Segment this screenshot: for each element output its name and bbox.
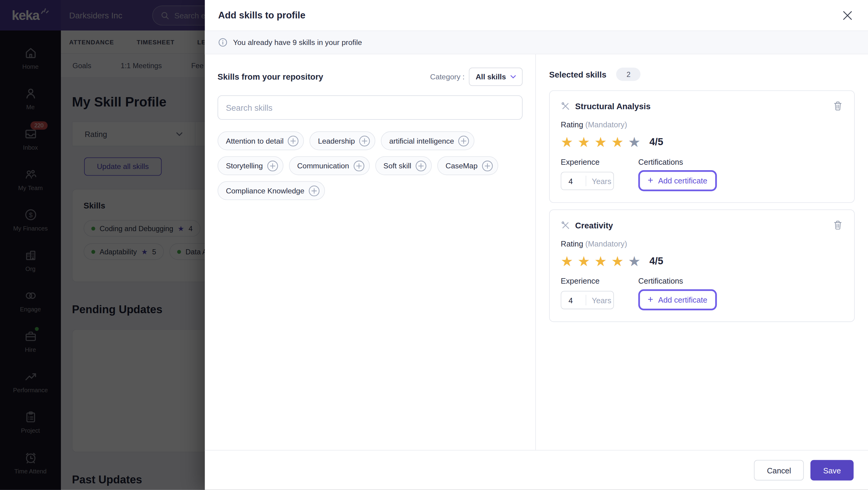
- experience-input[interactable]: [561, 291, 586, 309]
- star-icon[interactable]: ★: [561, 254, 573, 268]
- experience-unit: Years: [586, 176, 611, 185]
- selected-skills-pane: Selected skills 2 Structural Analysis Ra…: [536, 54, 868, 450]
- skill-suggestion-label: CaseMap: [445, 162, 477, 170]
- star-icon[interactable]: ★: [578, 254, 590, 268]
- suggestion-casemap[interactable]: CaseMap: [437, 156, 498, 175]
- selected-skill-card-structural-analysis: Structural Analysis Rating (Mandatory) ★…: [549, 90, 855, 203]
- skill-suggestion-label: Attention to detail: [226, 137, 284, 145]
- rating-score: 4/5: [650, 255, 663, 267]
- skill-suggestion-label: Leadership: [318, 137, 355, 145]
- rating-score: 4/5: [650, 136, 663, 148]
- skill-suggestion-label: artificial intelligence: [389, 137, 454, 145]
- suggestion-storytelling[interactable]: Storytelling: [218, 156, 283, 175]
- certifications-label: Certifications: [638, 277, 717, 285]
- plus-circle-icon[interactable]: [415, 160, 427, 172]
- modal-header: Add skills to profile: [205, 0, 868, 31]
- modal-title: Add skills to profile: [218, 10, 306, 21]
- selected-skills-heading: Selected skills: [549, 70, 607, 79]
- skill-suggestion-label: Compliance Knowledge: [226, 186, 304, 195]
- add-certificate-label: Add certificate: [658, 295, 707, 304]
- plus-circle-icon[interactable]: [287, 135, 299, 147]
- certifications-label: Certifications: [638, 157, 717, 166]
- skill-name: Structural Analysis: [575, 102, 650, 111]
- suggestion-compliance-knowledge[interactable]: Compliance Knowledge: [218, 181, 325, 200]
- star-rating: ★★★★★4/5: [561, 135, 843, 149]
- skill-suggestions: Attention to detail Leadership artificia…: [218, 131, 523, 200]
- experience-unit: Years: [586, 296, 611, 305]
- rating-label: Rating: [561, 239, 583, 248]
- skill-name: Creativity: [575, 221, 613, 230]
- skill-suggestion-label: Storytelling: [226, 162, 263, 170]
- experience-label: Experience: [561, 157, 638, 166]
- experience-label: Experience: [561, 277, 638, 285]
- suggestion-soft-skill[interactable]: Soft skill: [375, 156, 432, 175]
- info-text: You already have 9 skills in your profil…: [233, 38, 362, 47]
- star-icon[interactable]: ★: [628, 254, 641, 268]
- repository-pane: Skills from your repository Category : A…: [205, 54, 536, 450]
- plus-circle-icon[interactable]: [458, 135, 470, 147]
- plus-circle-icon[interactable]: [267, 160, 278, 172]
- plus-icon: +: [648, 296, 653, 304]
- add-certificate-label: Add certificate: [658, 176, 707, 185]
- screen: keka HomeMe220InboxMy Team$My FinancesOr…: [0, 0, 868, 490]
- suggestion-attention-to-detail[interactable]: Attention to detail: [218, 131, 304, 150]
- chevron-down-icon: [510, 75, 516, 79]
- add-certificate-button[interactable]: + Add certificate: [638, 289, 717, 311]
- category-value: All skills: [475, 73, 506, 81]
- star-icon[interactable]: ★: [594, 254, 607, 268]
- delete-skill-icon[interactable]: [832, 219, 843, 231]
- plus-circle-icon[interactable]: [481, 160, 493, 172]
- info-icon: [218, 38, 227, 47]
- info-banner: You already have 9 skills in your profil…: [205, 31, 868, 54]
- star-icon[interactable]: ★: [628, 135, 641, 149]
- experience-input-group: Years: [561, 172, 614, 190]
- category-select[interactable]: All skills: [469, 67, 523, 86]
- skill-suggestion-label: Soft skill: [383, 162, 411, 170]
- add-skills-modal: Add skills to profile You already have 9…: [205, 0, 868, 490]
- skill-suggestion-label: Communication: [297, 162, 349, 170]
- star-icon[interactable]: ★: [578, 135, 590, 149]
- close-icon[interactable]: [840, 8, 855, 23]
- add-certificate-button[interactable]: + Add certificate: [638, 170, 717, 191]
- mandatory-label: (Mandatory): [585, 239, 627, 248]
- plus-circle-icon[interactable]: [359, 135, 370, 147]
- star-icon[interactable]: ★: [611, 254, 624, 268]
- tools-icon: [561, 102, 570, 111]
- selected-count-badge: 2: [616, 67, 641, 81]
- star-icon[interactable]: ★: [611, 135, 624, 149]
- experience-input[interactable]: [561, 172, 586, 190]
- modal-body: Skills from your repository Category : A…: [205, 54, 868, 450]
- cancel-button[interactable]: Cancel: [754, 460, 804, 480]
- repository-heading: Skills from your repository: [218, 72, 323, 82]
- rating-label: Rating: [561, 120, 583, 129]
- star-rating: ★★★★★4/5: [561, 254, 843, 268]
- suggestion-communication[interactable]: Communication: [289, 156, 370, 175]
- plus-circle-icon[interactable]: [308, 185, 320, 197]
- plus-circle-icon[interactable]: [353, 160, 365, 172]
- modal-footer: Cancel Save: [205, 450, 868, 490]
- star-icon[interactable]: ★: [561, 135, 573, 149]
- save-button[interactable]: Save: [810, 460, 854, 480]
- experience-input-group: Years: [561, 291, 614, 309]
- suggestion-leadership[interactable]: Leadership: [310, 131, 375, 150]
- tools-icon: [561, 221, 570, 230]
- delete-skill-icon[interactable]: [832, 100, 843, 112]
- search-skills-input[interactable]: [218, 95, 523, 120]
- selected-skill-cards: Structural Analysis Rating (Mandatory) ★…: [549, 90, 855, 322]
- plus-icon: +: [648, 177, 653, 185]
- star-icon[interactable]: ★: [594, 135, 607, 149]
- selected-skill-card-creativity: Creativity Rating (Mandatory) ★★★★★4/5 E…: [549, 209, 855, 322]
- category-label: Category :: [430, 73, 464, 81]
- mandatory-label: (Mandatory): [585, 120, 627, 129]
- suggestion-artificial-intelligence[interactable]: artificial intelligence: [381, 131, 475, 150]
